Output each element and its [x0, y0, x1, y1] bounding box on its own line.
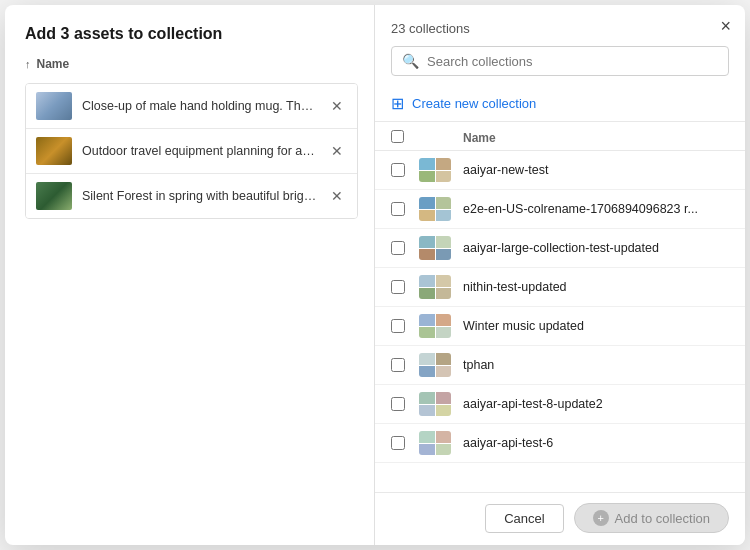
collection-item[interactable]: nithin-test-updated: [375, 268, 745, 307]
collection-thumb-grid: [419, 236, 451, 260]
add-button-label: Add to collection: [615, 511, 710, 526]
collection-name: tphan: [463, 358, 729, 372]
create-collection-button[interactable]: ⊞ Create new collection: [375, 86, 745, 122]
collection-item[interactable]: aaiyar-large-collection-test-updated: [375, 229, 745, 268]
asset-name: Close-up of male hand holding mug. The a…: [82, 99, 317, 113]
create-collection-icon: ⊞: [391, 94, 404, 113]
collection-thumb-grid: [419, 275, 451, 299]
collection-item[interactable]: aaiyar-api-test-6: [375, 424, 745, 463]
collection-checkbox[interactable]: [391, 163, 405, 177]
asset-name: Outdoor travel equipment planning for a …: [82, 144, 317, 158]
collection-checkbox-wrap[interactable]: [391, 436, 419, 450]
asset-item: Close-up of male hand holding mug. The a…: [26, 84, 357, 129]
collection-thumbnail: [419, 236, 463, 260]
collection-checkbox-wrap[interactable]: [391, 163, 419, 177]
collection-thumb-grid: [419, 431, 451, 455]
collection-checkbox[interactable]: [391, 319, 405, 333]
collections-table-header: Name: [375, 124, 745, 151]
collection-thumbnail: [419, 431, 463, 455]
collection-checkbox[interactable]: [391, 202, 405, 216]
asset-thumbnail: [36, 182, 72, 210]
collection-item[interactable]: Winter music updated: [375, 307, 745, 346]
collection-thumb-grid: [419, 392, 451, 416]
sort-icon: ↑: [25, 58, 31, 70]
add-icon: +: [593, 510, 609, 526]
collection-checkbox-wrap[interactable]: [391, 241, 419, 255]
dialog-title: Add 3 assets to collection: [25, 25, 358, 43]
asset-name: Silent Forest in spring with beautiful b…: [82, 189, 317, 203]
search-bar: 🔍: [391, 46, 729, 76]
select-all-checkbox[interactable]: [391, 130, 404, 143]
collection-thumbnail: [419, 314, 463, 338]
add-to-collection-button[interactable]: + Add to collection: [574, 503, 729, 533]
right-panel: 23 collections 🔍 ⊞ Create new collection…: [375, 5, 745, 545]
collection-name: aaiyar-new-test: [463, 163, 729, 177]
collection-thumb-grid: [419, 197, 451, 221]
collection-thumbnail: [419, 158, 463, 182]
collection-thumbnail: [419, 392, 463, 416]
collection-checkbox-wrap[interactable]: [391, 319, 419, 333]
asset-thumbnail: [36, 137, 72, 165]
asset-list: Close-up of male hand holding mug. The a…: [25, 83, 358, 219]
asset-item: Silent Forest in spring with beautiful b…: [26, 174, 357, 218]
asset-remove-button[interactable]: ✕: [327, 96, 347, 116]
collection-checkbox-wrap[interactable]: [391, 202, 419, 216]
search-input[interactable]: [427, 54, 718, 69]
collection-thumb-grid: [419, 314, 451, 338]
header-name-col: Name: [463, 131, 729, 145]
assets-header-name: Name: [37, 57, 70, 71]
search-icon: 🔍: [402, 53, 419, 69]
collection-thumbnail: [419, 275, 463, 299]
create-collection-label: Create new collection: [412, 96, 536, 111]
collection-name: e2e-en-US-colrename-1706894096823 r...: [463, 202, 729, 216]
collection-name: aaiyar-api-test-8-update2: [463, 397, 729, 411]
left-panel: Add 3 assets to collection ↑ Name Close-…: [5, 5, 375, 545]
collection-item[interactable]: tphan: [375, 346, 745, 385]
assets-header: ↑ Name: [25, 57, 358, 75]
asset-thumbnail: [36, 92, 72, 120]
asset-remove-button[interactable]: ✕: [327, 141, 347, 161]
collection-checkbox[interactable]: [391, 358, 405, 372]
collection-thumb-grid: [419, 353, 451, 377]
collection-item[interactable]: e2e-en-US-colrename-1706894096823 r...: [375, 190, 745, 229]
dialog-close-button[interactable]: ×: [720, 17, 731, 35]
collection-thumbnail: [419, 353, 463, 377]
collections-count: 23 collections: [375, 21, 745, 46]
collection-checkbox[interactable]: [391, 241, 405, 255]
collection-item[interactable]: aaiyar-api-test-8-update2: [375, 385, 745, 424]
asset-item: Outdoor travel equipment planning for a …: [26, 129, 357, 174]
collection-item[interactable]: aaiyar-new-test: [375, 151, 745, 190]
collection-thumb-grid: [419, 158, 451, 182]
collection-name: Winter music updated: [463, 319, 729, 333]
collection-checkbox[interactable]: [391, 436, 405, 450]
header-checkbox-col: [391, 130, 419, 146]
collection-checkbox-wrap[interactable]: [391, 397, 419, 411]
collections-list: aaiyar-new-test e2e-en-US-colrename-1706…: [375, 151, 745, 492]
collection-name: aaiyar-api-test-6: [463, 436, 729, 450]
collection-checkbox[interactable]: [391, 280, 405, 294]
collection-thumbnail: [419, 197, 463, 221]
collection-name: nithin-test-updated: [463, 280, 729, 294]
asset-remove-button[interactable]: ✕: [327, 186, 347, 206]
collection-checkbox-wrap[interactable]: [391, 358, 419, 372]
dialog-footer: Cancel + Add to collection: [375, 492, 745, 545]
dialog-body: Add 3 assets to collection ↑ Name Close-…: [5, 5, 745, 545]
collection-checkbox-wrap[interactable]: [391, 280, 419, 294]
collection-name: aaiyar-large-collection-test-updated: [463, 241, 729, 255]
collection-checkbox[interactable]: [391, 397, 405, 411]
add-to-collection-dialog: × Add 3 assets to collection ↑ Name Clos…: [5, 5, 745, 545]
cancel-button[interactable]: Cancel: [485, 504, 563, 533]
